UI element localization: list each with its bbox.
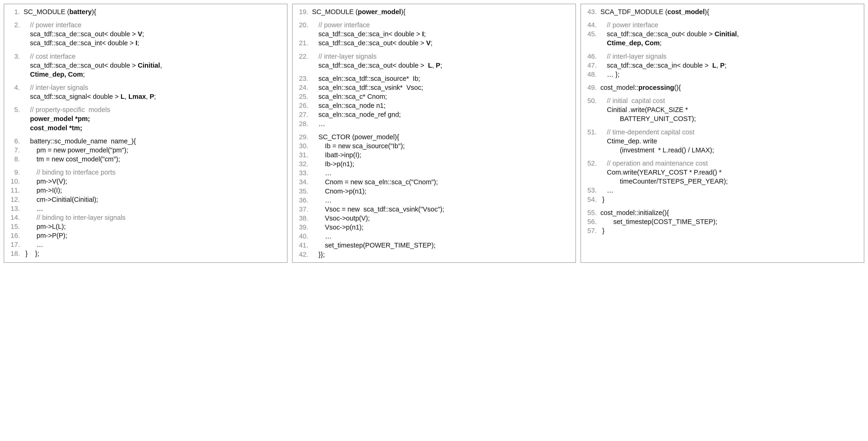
- code-text: …: [312, 196, 332, 205]
- code-text: }: [600, 195, 604, 204]
- comment-segment: // initial capital cost: [607, 97, 665, 104]
- code-segment: }};: [318, 251, 325, 258]
- code-text: Cinitial .write(PACK_SIZE *: [600, 105, 688, 114]
- code-text: sca_eln::sca_node n1;: [312, 101, 385, 110]
- code-line: 12.cm->Cinitial(Cinitial);: [9, 195, 282, 204]
- code-segment: ;: [137, 39, 139, 47]
- code-segment: sca_tdf::sca_signal< double >: [30, 93, 121, 100]
- blank-line: [297, 70, 571, 74]
- code-segment: cost_model::: [600, 84, 638, 91]
- code-segment: ,: [160, 62, 162, 69]
- code-segment: sca_eln::sca_tdf::sca_vsink* Vsoc;: [318, 84, 423, 91]
- line-number: 44.: [586, 21, 600, 30]
- code-line: 56.set_timestep(COST_TIME_STEP);: [586, 217, 859, 226]
- code-line: Com.write(YEARLY_COST * P.read() *: [586, 168, 859, 177]
- code-text: (investment * L.read() / LMAX);: [600, 146, 714, 155]
- code-segment: cost_model *tm;: [30, 124, 82, 132]
- code-line: 20.// power interface: [297, 21, 571, 30]
- code-text: cost_model::initialize(){: [600, 208, 669, 217]
- code-text: Ib->p(n1);: [312, 160, 354, 169]
- code-segment: Cinitial: [138, 62, 160, 69]
- panel-battery: 1.SC_MODULE (battery){2.// power interfa…: [4, 4, 287, 263]
- line-number: 46.: [586, 52, 600, 61]
- line-number: 53.: [586, 186, 600, 195]
- code-line: 55.cost_model::initialize(){: [586, 208, 859, 217]
- line-number: 8.: [9, 155, 24, 164]
- code-segment: Vsoc = new sca_tdf::sca_vsink("Vsoc");: [325, 205, 444, 213]
- code-line: sca_tdf::sca_de::sca_in< double > I;: [297, 30, 571, 39]
- code-line: 21.sca_tdf::sca_de::sca_out< double > V;: [297, 39, 571, 47]
- code-segment: pm->V(V);: [36, 177, 67, 185]
- blank-line: [586, 79, 859, 83]
- code-line: 8.tm = new cost_model("cm");: [9, 155, 282, 164]
- line-number: 14.: [9, 213, 24, 222]
- code-segment: V: [426, 39, 431, 47]
- blank-line: [586, 124, 859, 128]
- code-segment: ,: [432, 62, 436, 69]
- code-text: SCA_TDF_MODULE (cost_model){: [600, 7, 709, 16]
- code-segment: Ctime_dep, Com: [30, 71, 83, 78]
- code-line: 48.… };: [586, 70, 859, 79]
- comment-segment: // inter-layer signals: [30, 84, 88, 91]
- code-text: // power interface: [24, 21, 81, 30]
- code-segment: sca_tdf::sca_de::sca_in< double >: [607, 62, 712, 69]
- code-line: 13.…: [9, 204, 282, 213]
- code-text: …: [24, 240, 43, 249]
- code-segment: ,: [737, 30, 739, 38]
- code-line: 54. }: [586, 195, 859, 204]
- code-text: … };: [600, 70, 620, 79]
- code-segment: sca_eln::sca_node n1;: [318, 102, 385, 109]
- code-segment: …: [318, 120, 325, 128]
- code-line: sca_tdf::sca_de::sca_out< double > L, P;: [297, 61, 571, 70]
- code-text: …: [312, 232, 332, 241]
- code-line: 27.sca_eln::sca_node_ref gnd;: [297, 110, 571, 119]
- line-number: 27.: [297, 110, 312, 119]
- line-number: 6.: [9, 137, 24, 146]
- blank-line: [9, 16, 282, 21]
- line-number: 45.: [586, 30, 600, 39]
- code-line: 30.Ib = new sca_isource("Ib");: [297, 141, 571, 150]
- code-text: cost_model::processing(){: [600, 83, 681, 92]
- line-number: 21.: [297, 39, 312, 47]
- code-text: sca_tdf::sca_de::sca_out< double > Cinit…: [600, 30, 739, 39]
- line-number: 52.: [586, 159, 600, 168]
- code-segment: …: [325, 197, 332, 204]
- code-text: cm->Cinitial(Cinitial);: [24, 195, 98, 204]
- line-number: 20.: [297, 21, 312, 30]
- code-segment: BATTERY_UNIT_COST);: [620, 115, 696, 123]
- line-number: 17.: [9, 240, 24, 249]
- code-text: // cost interface: [24, 52, 75, 61]
- line-number: 26.: [297, 101, 312, 110]
- comment-segment: // cost interface: [30, 53, 75, 60]
- code-segment: Vsoc->p(n1);: [325, 224, 364, 231]
- code-line: 31.Ibatt->inp(I);: [297, 150, 571, 160]
- code-segment: L: [121, 93, 125, 100]
- comment-segment: // power interface: [607, 21, 658, 29]
- code-text: sca_tdf::sca_de::sca_out< double > V;: [312, 39, 432, 47]
- code-segment: set_timestep(POWER_TIME_STEP);: [325, 241, 436, 249]
- code-line: 49.cost_model::processing(){: [586, 83, 859, 92]
- code-line: 47.sca_tdf::sca_de::sca_in< double > L, …: [586, 61, 859, 70]
- code-segment: Cnom = new sca_eln::sca_c("Cnom");: [325, 178, 438, 185]
- code-line: 41.set_timestep(POWER_TIME_STEP);: [297, 241, 571, 250]
- code-line: sca_tdf::sca_de::sca_out< double > Cinit…: [9, 61, 282, 70]
- code-segment: pm = new power_model("pm");: [36, 146, 128, 154]
- code-text: cost_model *tm;: [24, 124, 82, 133]
- code-text: sca_tdf::sca_de::sca_in< double > L, P;: [600, 61, 726, 70]
- code-segment: sca_tdf::sca_de::sca_int< double >: [30, 39, 135, 47]
- comment-segment: // binding to interface ports: [36, 169, 116, 176]
- line-number: 51.: [586, 128, 600, 137]
- code-segment: Cnom->p(n1);: [325, 188, 367, 195]
- code-segment: Ib = new sca_isource("Ib");: [325, 142, 405, 149]
- line-number: 35.: [297, 187, 312, 196]
- code-segment: SC_MODULE (: [24, 8, 69, 15]
- code-segment: ){: [92, 8, 96, 15]
- code-line: 17.…: [9, 240, 282, 249]
- code-segment: Ib->p(n1);: [325, 160, 354, 168]
- code-segment: ;: [440, 62, 442, 69]
- code-line: 52.// operation and maintenance cost: [586, 159, 859, 168]
- line-number: 19.: [297, 7, 312, 16]
- code-line: Ctime_dep. write: [586, 137, 859, 146]
- code-text: // inter-layer signals: [24, 83, 88, 92]
- code-line: 26.sca_eln::sca_node n1;: [297, 101, 571, 110]
